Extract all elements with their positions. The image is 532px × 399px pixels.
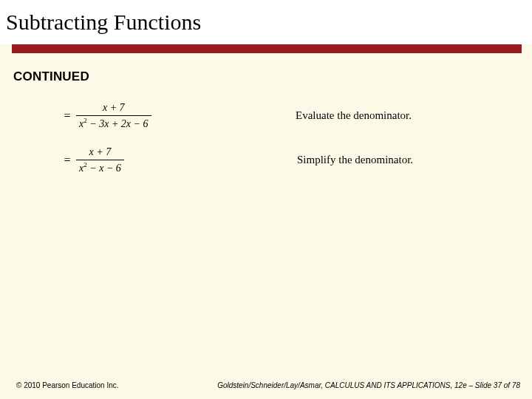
attribution: Goldstein/Schneider/Lay/Asmar, CALCULUS … <box>217 381 520 389</box>
fraction-2-bar <box>76 160 124 160</box>
equation-row-1: = x + 7 x2 − 3x + 2x − 6 <box>63 102 151 130</box>
fraction-2-denominator: x2 − x − 6 <box>76 161 124 174</box>
fraction-1-bar <box>76 115 151 116</box>
attribution-authors: Goldstein/Schneider/Lay/Asmar, <box>217 381 325 389</box>
attribution-book: CALCULUS AND ITS APPLICATIONS <box>325 381 451 389</box>
title-underline <box>12 44 522 53</box>
continued-label: CONTINUED <box>13 69 89 84</box>
equals-sign: = <box>63 154 72 167</box>
fraction-1: x + 7 x2 − 3x + 2x − 6 <box>76 102 151 130</box>
equals-sign: = <box>63 109 72 123</box>
slide-title: Subtracting Functions <box>6 10 201 35</box>
fraction-1-denominator: x2 − 3x + 2x − 6 <box>76 117 151 130</box>
copyright-text: © 2010 Pearson Education Inc. <box>16 381 119 389</box>
explanation-2: Simplify the denominator. <box>297 154 413 166</box>
fraction-2: x + 7 x2 − x − 6 <box>76 146 124 174</box>
footer: © 2010 Pearson Education Inc. Goldstein/… <box>0 375 532 399</box>
explanation-1: Evaluate the denominator. <box>296 109 412 122</box>
attribution-slide: , 12e – Slide 37 of 78 <box>450 381 520 389</box>
title-band: Subtracting Functions <box>0 0 532 44</box>
work-area: = x + 7 x2 − 3x + 2x − 6 Evaluate the de… <box>0 95 532 369</box>
equation-row-2: = x + 7 x2 − x − 6 <box>63 146 124 174</box>
fraction-2-numerator: x + 7 <box>86 146 115 159</box>
fraction-1-numerator: x + 7 <box>100 102 128 115</box>
slide: Subtracting Functions CONTINUED = x + 7 … <box>0 0 532 399</box>
